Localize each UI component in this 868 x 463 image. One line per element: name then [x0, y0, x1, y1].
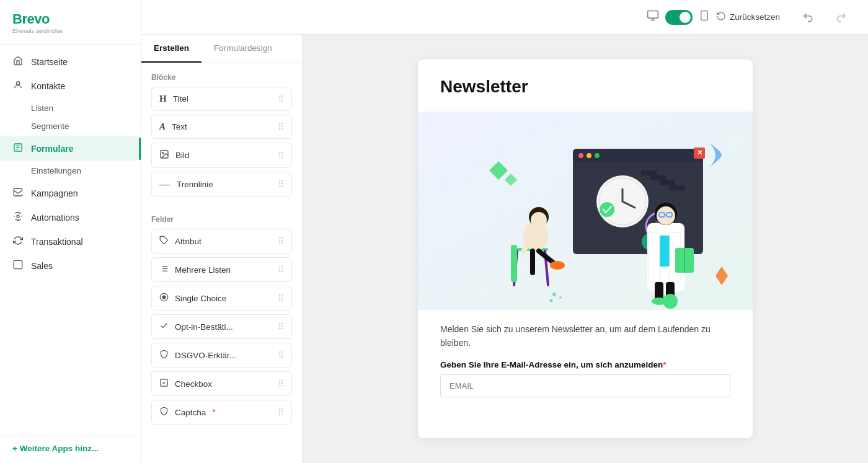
sidebar-item-sales[interactable]: Sales	[0, 254, 141, 278]
svg-text:✕: ✕	[697, 149, 702, 156]
block-text[interactable]: A Text ⠿	[151, 115, 292, 139]
reset-label: Zurücksetzen	[730, 12, 780, 22]
add-apps-button[interactable]: + Weitere Apps hinz...	[12, 444, 128, 453]
brand-name: Brevo	[12, 11, 128, 27]
drag-icon[interactable]: ⠿	[278, 379, 284, 389]
block-attribut-label: Attribut	[175, 237, 202, 246]
svg-point-5	[17, 215, 19, 218]
form-header: Newsletter	[418, 60, 753, 112]
kontakte-submenu: Listen Segmente	[0, 98, 141, 136]
svg-point-0	[16, 82, 19, 85]
dsgvo-icon	[159, 350, 169, 361]
redo-button[interactable]	[830, 8, 853, 27]
checkbox-icon	[159, 378, 169, 389]
svg-point-30	[587, 153, 591, 158]
block-opt-in[interactable]: Opt-in-Bestäti... ⠿	[151, 314, 292, 339]
block-opt-in-label: Opt-in-Bestäti...	[175, 322, 233, 332]
sidebar-bottom: + Weitere Apps hinz...	[0, 436, 141, 463]
drag-icon[interactable]: ⠿	[278, 407, 284, 417]
opt-in-icon	[159, 321, 169, 332]
content-area: Erstellen Formulardesign Blöcke H Titel …	[141, 35, 868, 463]
sidebar-label-sales: Sales	[31, 261, 53, 271]
svg-rect-28	[573, 149, 703, 162]
sidebar-item-einstellungen[interactable]: Einstellungen	[31, 162, 141, 180]
svg-point-77	[559, 296, 562, 299]
bloecke-label: Blöcke	[151, 73, 292, 82]
svg-point-31	[595, 153, 600, 158]
tab-formulardesign[interactable]: Formulardesign	[202, 35, 285, 63]
block-dsgvo[interactable]: DSGVO-Erklär... ⠿	[151, 343, 292, 368]
drag-icon[interactable]: ⠿	[278, 179, 284, 189]
drag-icon[interactable]: ⠿	[278, 322, 284, 332]
drag-icon[interactable]: ⠿	[278, 151, 284, 161]
form-email-label: Geben Sie Ihre E-Mail-Adresse ein, um si…	[440, 360, 730, 369]
sidebar-label-transaktional: Transaktional	[31, 237, 83, 247]
tab-erstellen[interactable]: Erstellen	[141, 35, 202, 63]
block-single-choice[interactable]: Single Choice ⠿	[151, 286, 292, 311]
sidebar-item-formulare[interactable]: Formulare	[0, 136, 141, 161]
desktop-icon[interactable]	[647, 9, 659, 25]
sidebar-item-listen[interactable]: Listen	[31, 99, 141, 117]
svg-rect-46	[650, 175, 666, 180]
svg-rect-7	[648, 11, 658, 19]
single-choice-icon	[159, 293, 169, 304]
sidebar-label-startseite: Startseite	[31, 57, 68, 67]
block-checkbox[interactable]: Checkbox ⠿	[151, 371, 292, 396]
listen-icon	[159, 264, 169, 275]
formulare-submenu: Einstellungen	[0, 161, 141, 181]
sidebar-label-kontakte: Kontakte	[31, 81, 65, 91]
form-body: Melden Sie sich zu unserem Newsletter an…	[418, 310, 753, 407]
main-area: Zurücksetzen Erstellen Formulardesign	[141, 0, 868, 463]
block-bild-label: Bild	[175, 151, 190, 160]
drag-icon[interactable]: ⠿	[278, 265, 284, 275]
reset-button[interactable]: Zurücksetzen	[710, 7, 786, 27]
sidebar-item-segmente[interactable]: Segmente	[31, 117, 141, 135]
undo-button[interactable]	[796, 8, 820, 27]
formulare-icon	[12, 143, 24, 154]
kampagnen-icon	[12, 187, 24, 199]
drag-icon[interactable]: ⠿	[278, 122, 284, 132]
attribut-icon	[159, 236, 169, 247]
block-mehrere-listen-label: Mehrere Listen	[175, 265, 231, 275]
sidebar-item-transaktional[interactable]: Transaktional	[0, 229, 141, 254]
block-attribut[interactable]: Attribut ⠿	[151, 229, 292, 254]
drag-icon[interactable]: ⠿	[278, 94, 284, 104]
sidebar-label-kampagnen: Kampagnen	[31, 188, 78, 198]
sidebar-item-startseite[interactable]: Startseite	[0, 50, 141, 74]
felder-label: Felder	[151, 215, 292, 224]
block-titel[interactable]: H Titel ⠿	[151, 87, 292, 111]
block-trennlinie[interactable]: — Trennlinie ⠿	[151, 172, 292, 196]
block-bild[interactable]: Bild ⠿	[151, 143, 292, 168]
svg-point-29	[578, 153, 583, 158]
home-icon	[12, 56, 24, 68]
block-text-label: Text	[172, 122, 187, 131]
drag-icon[interactable]: ⠿	[278, 236, 284, 246]
sidebar-label-einstellungen: Einstellungen	[31, 166, 81, 175]
block-checkbox-label: Checkbox	[175, 379, 212, 389]
block-single-choice-label: Single Choice	[175, 294, 226, 303]
drag-icon[interactable]: ⠿	[278, 293, 284, 303]
sidebar-item-automations[interactable]: Automations	[0, 205, 141, 229]
svg-rect-67	[649, 232, 660, 282]
brand-subtitle: Ehemals sendinblue	[12, 28, 128, 34]
block-mehrere-listen[interactable]: Mehrere Listen ⠿	[151, 257, 292, 282]
email-input[interactable]	[440, 374, 730, 397]
sidebar-item-kontakte[interactable]: Kontakte	[0, 74, 141, 98]
reset-icon	[716, 11, 726, 23]
block-dsgvo-label: DSGVO-Erklär...	[175, 351, 236, 360]
topbar: Zurücksetzen	[141, 0, 868, 35]
panel-tabs: Erstellen Formulardesign	[141, 35, 302, 63]
bild-icon	[159, 149, 169, 161]
sidebar-label-automations: Automations	[31, 213, 79, 223]
sidebar-item-kampagnen[interactable]: Kampagnen	[0, 181, 141, 205]
view-toggle-switch[interactable]	[665, 10, 693, 25]
kontakte-icon	[12, 80, 24, 92]
tab-erstellen-label: Erstellen	[154, 43, 189, 53]
block-titel-label: Titel	[173, 94, 188, 104]
form-preview-card: Newsletter	[418, 60, 753, 438]
svg-rect-48	[669, 185, 684, 190]
mobile-icon[interactable]	[699, 10, 710, 24]
svg-point-22	[162, 296, 166, 299]
drag-icon[interactable]: ⠿	[278, 350, 284, 360]
block-captcha[interactable]: Captcha * ⠿	[151, 400, 292, 425]
